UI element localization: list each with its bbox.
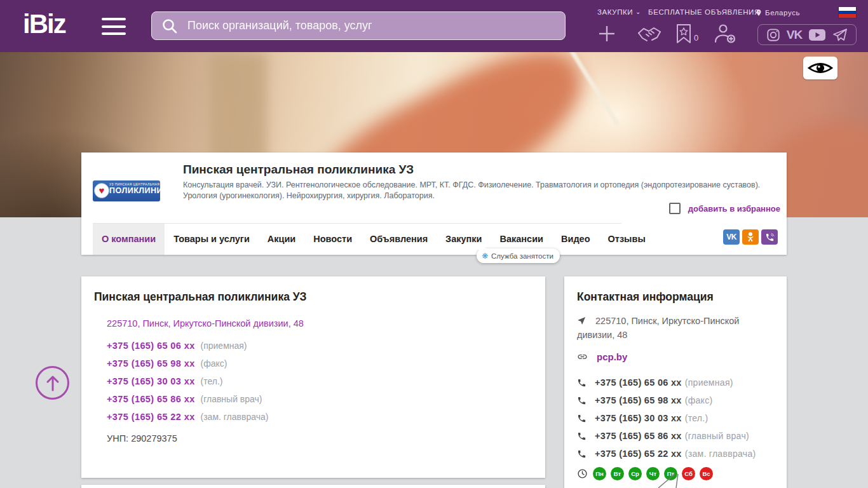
page: iBiz ЗАКУПКИ ⌄ БЕСПЛАТНЫЕ ОБЪЯВЛЕНИЯ Бел…	[0, 0, 868, 488]
menu-icon[interactable]	[102, 18, 126, 35]
work-schedule: ПнВтСрЧтПтСбВс	[577, 467, 713, 480]
phone-row: +375 (165) 30 03 xx (тел.)	[107, 376, 268, 394]
phone-row: +375 (165) 65 98 xx (факс)	[107, 358, 268, 376]
company-header-card: ♥ УЗ ПИНСКАЯ ЦЕНТРАЛЬНАЯ ПОЛИКЛИНИКА Пин…	[81, 152, 787, 255]
phone-label: (зам. главврача)	[685, 449, 756, 459]
phone-row: +375 (165) 65 06 xx (приемная)	[107, 341, 268, 358]
contact-phone-list: +375 (165) 65 06 xx(приемная)+375 (165) …	[577, 374, 756, 463]
tab-О компании[interactable]: О компании	[93, 224, 165, 255]
company-tabs: О компанииТовары и услугиАкцииНовостиОбъ…	[93, 224, 654, 255]
flag-russia-icon[interactable]	[839, 7, 856, 18]
search-icon	[161, 18, 178, 34]
company-logo: ♥ УЗ ПИНСКАЯ ЦЕНТРАЛЬНАЯ ПОЛИКЛИНИКА	[93, 161, 160, 220]
phone-icon	[577, 378, 587, 388]
day-badge-Вт: Вт	[611, 467, 624, 480]
tab-Отзывы[interactable]: Отзывы	[599, 224, 654, 255]
phone-label: (главный врач)	[685, 431, 749, 441]
contact-phone-row: +375 (165) 65 98 xx(факс)	[577, 391, 756, 409]
phone-label: (тел.)	[198, 376, 223, 386]
tab-Акции[interactable]: Акции	[259, 224, 304, 255]
company-unp: УНП: 290279375	[107, 433, 177, 444]
arrow-up-icon	[44, 374, 61, 392]
handshake-icon[interactable]	[637, 25, 662, 43]
vk-badge[interactable]: VK	[723, 229, 740, 245]
phone-label: (факс)	[685, 395, 713, 405]
phone-label: (зам. главврача)	[198, 412, 269, 422]
nav-zakupki[interactable]: ЗАКУПКИ ⌄	[597, 8, 641, 16]
contacts-title: Контактная информация	[577, 290, 714, 304]
contact-phone-row: +375 (165) 30 03 xx(тел.)	[577, 409, 756, 427]
header-social-links: VK	[757, 24, 857, 45]
day-badge-Вс: Вс	[700, 467, 713, 480]
phone-number[interactable]: +375 (165) 65 22 xx	[595, 449, 682, 459]
phone-number-link[interactable]: +375 (165) 30 03 xx	[107, 376, 195, 386]
about-company-card: Пинская центральная поликлиника УЗ 22571…	[81, 276, 545, 478]
search-input[interactable]	[151, 11, 566, 40]
site-logo[interactable]: iBiz	[23, 9, 65, 39]
phone-number[interactable]: +375 (165) 65 98 xx	[595, 395, 682, 405]
phone-label: (приемная)	[685, 377, 733, 388]
youtube-icon[interactable]	[808, 29, 826, 41]
contact-phone-row: +375 (165) 65 06 xx(приемная)	[577, 374, 756, 391]
phone-label: (главный врач)	[198, 394, 262, 404]
heart-icon: ♥	[94, 183, 109, 198]
telegram-icon[interactable]	[832, 28, 848, 42]
company-address-link[interactable]: 225710, Пинск, Иркутско-Пинской дивизии,…	[107, 318, 304, 329]
company-name: Пинская центральная поликлиника УЗ	[183, 163, 414, 177]
accessibility-eye-button[interactable]	[803, 57, 837, 79]
next-section-card	[81, 485, 545, 488]
phone-icon	[577, 449, 587, 459]
day-badge-Пн: Пн	[593, 467, 606, 480]
employment-service-tooltip: ❋ Служба занятости	[477, 248, 560, 263]
country-selector[interactable]: Беларусь	[755, 8, 800, 17]
chevron-down-icon: ⌄	[635, 8, 641, 15]
phone-number-link[interactable]: +375 (165) 65 98 xx	[107, 358, 195, 369]
clock-icon	[577, 468, 588, 479]
phone-number-link[interactable]: +375 (165) 65 06 xx	[107, 341, 195, 351]
company-description: Консультация врачей. УЗИ. Рентгенологиче…	[183, 180, 764, 201]
header: iBiz ЗАКУПКИ ⌄ БЕСПЛАТНЫЕ ОБЪЯВЛЕНИЯ Бел…	[0, 0, 868, 52]
tab-Видео[interactable]: Видео	[552, 224, 599, 255]
employment-service-icon: ❋	[482, 252, 488, 261]
navigate-arrow-icon	[577, 316, 587, 325]
odnoklassniki-badge[interactable]	[742, 229, 759, 245]
country-label: Беларусь	[765, 9, 800, 17]
person-add-icon[interactable]	[713, 24, 737, 44]
contact-phone-row: +375 (165) 65 86 xx(главный врач)	[577, 427, 756, 445]
phone-label: (приемная)	[198, 341, 247, 351]
vk-icon[interactable]: VK	[787, 28, 802, 42]
search-bar	[151, 11, 566, 40]
phone-number[interactable]: +375 (165) 30 03 xx	[595, 413, 682, 423]
favorite-label[interactable]: добавить в избранное	[688, 204, 780, 214]
instagram-icon[interactable]	[766, 28, 780, 42]
contact-phone-row: +375 (165) 65 22 xx(зам. главврача)	[577, 445, 756, 463]
nav-free-ads[interactable]: БЕСПЛАТНЫЕ ОБЪЯВЛЕНИЯ	[648, 8, 760, 16]
phone-label: (тел.)	[685, 413, 709, 423]
day-badge-Ср: Ср	[628, 467, 642, 480]
favorite-checkbox[interactable]	[669, 203, 681, 214]
tab-Товары и услуги[interactable]: Товары и услуги	[165, 224, 259, 255]
scroll-top-button[interactable]	[36, 366, 69, 400]
tab-Объявления[interactable]: Объявления	[361, 224, 437, 255]
tab-Новости[interactable]: Новости	[304, 224, 361, 255]
phone-label: (факс)	[198, 358, 227, 369]
contact-address: 225710, Пинск, Иркутско-Пинской дивизии,…	[577, 315, 769, 342]
phone-icon	[577, 414, 587, 423]
add-plus-icon[interactable]	[596, 23, 618, 44]
contact-info-card: Контактная информация 225710, Пинск, Ирк…	[564, 276, 787, 488]
phone-number-link[interactable]: +375 (165) 65 22 xx	[107, 412, 195, 422]
phone-row: +375 (165) 65 22 xx (зам. главврача)	[107, 412, 268, 430]
link-icon	[577, 351, 588, 362]
phone-number[interactable]: +375 (165) 65 86 xx	[595, 431, 682, 441]
about-phone-list: +375 (165) 65 06 xx (приемная)+375 (165)…	[107, 341, 268, 430]
phone-number-link[interactable]: +375 (165) 65 86 xx	[107, 394, 195, 404]
location-pin-icon	[755, 8, 763, 17]
phone-icon	[577, 431, 587, 441]
phone-number[interactable]: +375 (165) 65 06 xx	[595, 377, 682, 388]
phone-icon	[577, 396, 587, 405]
viber-badge[interactable]	[761, 229, 778, 245]
favorites-count: 0	[694, 33, 698, 43]
bookmark-favorites-icon[interactable]	[675, 24, 692, 44]
phone-row: +375 (165) 65 86 xx (главный врач)	[107, 394, 268, 412]
website-link[interactable]: pcp.by	[597, 351, 627, 362]
